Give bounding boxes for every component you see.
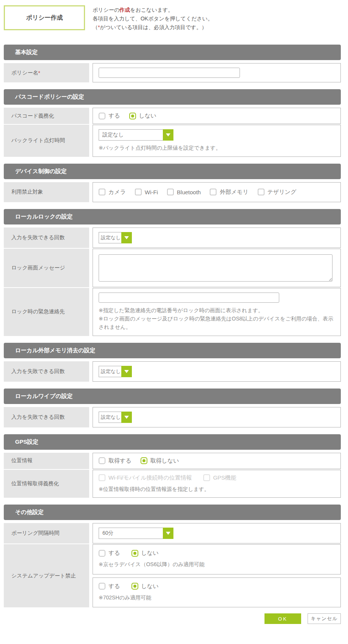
field-label-passcode-required: パスコード義務化	[4, 108, 89, 124]
field-content-policy-name	[93, 63, 341, 82]
field-content-polling-interval: 60分	[93, 523, 341, 543]
field-label-backlight-time: バックライト点灯時間	[4, 125, 89, 156]
lock-screen-message-textarea[interactable]	[99, 254, 333, 282]
location-info-radio-group: 取得する 取得しない	[99, 457, 335, 464]
backlight-time-note: ※バックライト点灯時間の上限値を設定できます。	[99, 144, 335, 152]
system-update-ban-groups: する しない ※京セラデバイス（OS6以降）のみ適用可能 する	[93, 544, 341, 607]
row-emergency-contact: ロック時の緊急連絡先 ※指定した緊急連絡先の電話番号がロック時の画面に表示されま…	[4, 288, 341, 336]
chevron-down-icon	[121, 412, 132, 423]
location-acquire-yes-radio[interactable]: 取得する	[99, 457, 131, 464]
checkbox-icon	[167, 189, 174, 195]
memory-fail-count-select[interactable]: 設定なし	[99, 366, 132, 377]
page-title: ポリシー作成	[26, 14, 63, 22]
row-prohibited-features: 利用禁止対象 カメラ Wi-Fi Bluetooth 外部メモリ	[4, 182, 341, 202]
system-update-702sh-note: ※702SHのみ適用可能	[99, 593, 335, 602]
passcode-required-yes-radio[interactable]: する	[99, 112, 120, 119]
section-header-passcode: パスコードポリシーの設定	[4, 89, 341, 105]
emphasis-create: 作成	[119, 7, 130, 13]
gps-function-checkbox: GPS機能	[203, 474, 237, 481]
polling-interval-select[interactable]: 60分	[99, 528, 173, 539]
field-content-memory-fail-count: 設定なし	[93, 361, 341, 382]
row-wipe-fail-count: 入力を失敗できる回数 設定なし	[4, 407, 341, 427]
system-update-702sh-no-radio[interactable]: しない	[131, 583, 159, 590]
row-backlight-time: バックライト点灯時間 設定なし ※バックライト点灯時間の上限値を設定できます。	[4, 125, 341, 156]
field-label-emergency-contact: ロック時の緊急連絡先	[4, 288, 89, 336]
section-header-other: その他設定	[4, 505, 341, 520]
passcode-required-no-radio[interactable]: しない	[129, 112, 156, 119]
tethering-checkbox[interactable]: テザリング	[258, 189, 297, 196]
field-content-lock-screen-message	[93, 249, 341, 287]
system-update-kyocera-yes-radio[interactable]: する	[99, 550, 120, 557]
system-update-ban-702sh-box: する しない ※702SHのみ適用可能	[93, 577, 341, 607]
section-header-gps: GPS設定	[4, 434, 341, 450]
wifi-checkbox[interactable]: Wi-Fi	[135, 189, 158, 195]
row-policy-name: ポリシー名*	[4, 63, 341, 82]
field-content-lock-fail-count: 設定なし	[93, 228, 341, 248]
radio-checked-icon	[141, 457, 147, 464]
emergency-contact-note-1: ※指定した緊急連絡先の電話番号がロック時の画面に表示されます。	[99, 306, 335, 314]
row-location-source: 位置情報取得義務化 Wi-Fi/モバイル接続時の位置情報 GPS機能 ※位置情報…	[4, 470, 341, 498]
field-label-polling-interval: ポーリング間隔時間	[4, 523, 89, 543]
section-header-device-control: デバイス制御の設定	[4, 164, 341, 179]
chevron-down-icon	[121, 366, 132, 377]
field-label-wipe-fail-count: 入力を失敗できる回数	[4, 407, 89, 427]
checkbox-icon	[210, 189, 217, 195]
ok-button[interactable]: OK	[264, 613, 301, 624]
system-update-kyocera-no-radio[interactable]: しない	[131, 550, 159, 557]
location-acquire-no-radio[interactable]: 取得しない	[141, 457, 179, 464]
required-mark: *	[38, 70, 40, 76]
row-polling-interval: ポーリング間隔時間 60分	[4, 523, 341, 543]
checkbox-icon	[99, 189, 105, 195]
wifi-mobile-location-checkbox: Wi-Fi/モバイル接続時の位置情報	[99, 474, 192, 481]
form-actions: OK キャンセル	[4, 613, 341, 624]
description-line-3: （*がついている項目は、必須入力項目です。）	[93, 23, 213, 32]
row-lock-fail-count: 入力を失敗できる回数 設定なし	[4, 228, 341, 248]
field-label-prohibited-features: 利用禁止対象	[4, 182, 89, 202]
field-content-location-source: Wi-Fi/モバイル接続時の位置情報 GPS機能 ※位置情報取得時の位置情報源を…	[93, 470, 341, 498]
system-update-kyocera-note: ※京セラデバイス（OS6以降）のみ適用可能	[99, 560, 335, 568]
passcode-required-radio-group: する しない	[99, 112, 335, 119]
wipe-fail-count-select[interactable]: 設定なし	[99, 412, 132, 423]
field-label-lock-fail-count: 入力を失敗できる回数	[4, 228, 89, 248]
checkbox-icon	[258, 189, 264, 195]
system-update-702sh-yes-radio[interactable]: する	[99, 583, 120, 590]
section-header-basic: 基本設定	[4, 45, 341, 60]
bluetooth-checkbox[interactable]: Bluetooth	[167, 189, 201, 195]
section-header-local-memory-wipe: ローカル外部メモリ消去の設定	[4, 343, 341, 358]
policy-name-input[interactable]	[99, 68, 240, 78]
section-header-local-wipe: ローカルワイプの設定	[4, 389, 341, 404]
radio-icon	[99, 550, 105, 557]
external-memory-checkbox[interactable]: 外部メモリ	[210, 189, 248, 196]
radio-icon	[99, 113, 105, 119]
lock-fail-count-select[interactable]: 設定なし	[99, 232, 132, 243]
checkbox-icon	[135, 189, 142, 195]
emergency-contact-note-2: ※ロック画面のメッセージ及びロック時の緊急連絡先はOS8以上のデバイスをご利用の…	[99, 314, 335, 331]
system-update-kyocera-radio-group: する しない	[99, 550, 335, 557]
cancel-button[interactable]: キャンセル	[308, 613, 341, 624]
radio-icon	[99, 457, 105, 464]
field-content-passcode-required: する しない	[93, 108, 341, 124]
page-title-box: ポリシー作成	[4, 5, 85, 30]
field-content-wipe-fail-count: 設定なし	[93, 407, 341, 427]
section-header-local-lock: ローカルロックの設定	[4, 209, 341, 224]
checkbox-disabled-icon	[203, 474, 210, 481]
backlight-time-select[interactable]: 設定なし	[99, 129, 173, 141]
system-update-ban-kyocera-box: する しない ※京セラデバイス（OS6以降）のみ適用可能	[93, 544, 341, 574]
policy-create-page: ポリシー作成 ポリシーの作成をおこないます。 各項目を入力して、OKボタンを押し…	[4, 5, 341, 624]
emergency-contact-input[interactable]	[99, 293, 279, 303]
chevron-down-icon	[163, 129, 173, 141]
radio-checked-icon	[129, 113, 136, 119]
field-content-prohibited-features: カメラ Wi-Fi Bluetooth 外部メモリ テザリング	[93, 182, 341, 202]
page-header: ポリシー作成 ポリシーの作成をおこないます。 各項目を入力して、OKボタンを押し…	[4, 5, 341, 32]
chevron-down-icon	[163, 528, 173, 539]
camera-checkbox[interactable]: カメラ	[99, 189, 126, 196]
field-label-lock-screen-message: ロック画面メッセージ	[4, 249, 89, 287]
location-source-note: ※位置情報取得時の位置情報源を指定します。	[99, 485, 335, 493]
chevron-down-icon	[121, 232, 132, 243]
row-system-update-ban: システムアップデート禁止 する しない ※京セラデバイス（OS6以降）のみ適用可…	[4, 544, 341, 607]
system-update-702sh-radio-group: する しない	[99, 583, 335, 590]
field-content-emergency-contact: ※指定した緊急連絡先の電話番号がロック時の画面に表示されます。 ※ロック画面のメ…	[93, 288, 341, 336]
row-location-info: 位置情報 取得する 取得しない	[4, 453, 341, 469]
page-description: ポリシーの作成をおこないます。 各項目を入力して、OKボタンを押してください。 …	[93, 5, 213, 32]
field-label-memory-fail-count: 入力を失敗できる回数	[4, 361, 89, 382]
